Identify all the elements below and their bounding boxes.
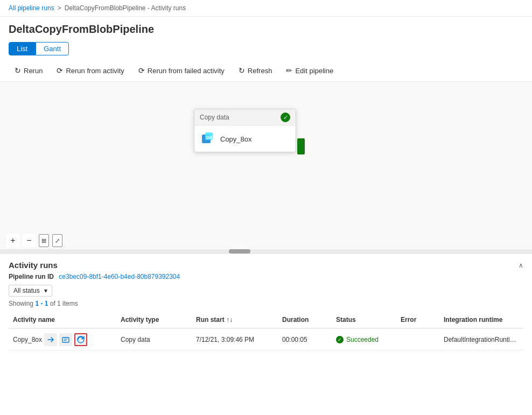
breadcrumb-pipelines-link[interactable]: All pipeline runs (9, 4, 54, 12)
view-toggle: List Gantt (0, 40, 532, 60)
showing-range: 1 - 1 (35, 300, 48, 307)
activity-card-body[interactable]: DB Copy_8ox (194, 126, 296, 152)
zoom-in-button[interactable]: + (6, 234, 19, 247)
status-filter-label: All status (13, 287, 40, 294)
pipeline-canvas: Copy data ✓ DB Copy_8ox + − ⊞ ⤢ (0, 82, 532, 254)
section-header: Activity runs ∧ (9, 261, 523, 270)
details-button[interactable] (59, 333, 72, 346)
pipeline-run-id-value: ce3bec09-8bf1-4e60-b4ed-80b879392304 (59, 273, 180, 280)
activity-runs-table: Activity name Activity type Run start ↑↓… (9, 312, 523, 350)
showing-label: Showing (9, 300, 33, 307)
rerun-from-activity-icon: ⟳ (57, 66, 63, 75)
col-header-run-start: Run start ↑↓ (192, 315, 278, 325)
rerun-row-button[interactable] (74, 333, 87, 346)
activity-runs-section: Activity runs ∧ Pipeline run ID ce3bec09… (0, 254, 532, 350)
rerun-from-activity-button[interactable]: ⟳ Rerun from activity (51, 63, 130, 78)
showing-suffix: of 1 items (50, 300, 78, 307)
duration-cell: 00:00:05 (278, 334, 332, 346)
error-cell (396, 337, 439, 342)
list-view-button[interactable]: List (9, 42, 36, 55)
col-header-status: Status (332, 315, 396, 325)
table-row: Copy_8ox (9, 329, 523, 350)
col-header-activity-name: Activity name (9, 315, 116, 325)
filter-row: All status ▾ (9, 285, 523, 297)
activity-card-header: Copy data ✓ (194, 109, 296, 126)
input-output-button[interactable] (44, 333, 57, 346)
connector-indicator (297, 138, 305, 154)
activity-card-popup: Copy data ✓ DB Copy_8ox (194, 109, 296, 152)
breadcrumb-separator: > (58, 4, 61, 12)
breadcrumb: All pipeline runs > DeltaCopyFromBlobPip… (0, 0, 532, 17)
page-title: DeltaCopyFromBlobPipeline (0, 17, 532, 40)
zoom-out-button[interactable]: − (23, 234, 36, 247)
rerun-label: Rerun (24, 67, 43, 75)
canvas-controls: + − ⊞ ⤢ (6, 234, 62, 247)
rerun-from-activity-label: Rerun from activity (66, 67, 124, 75)
edit-pipeline-label: Edit pipeline (295, 67, 333, 75)
activity-card-type: Copy data (200, 114, 229, 121)
edit-pipeline-button[interactable]: ✏ Edit pipeline (280, 63, 339, 78)
svg-rect-3 (62, 337, 69, 342)
pipeline-run-id-row: Pipeline run ID ce3bec09-8bf1-4e60-b4ed-… (9, 273, 523, 280)
activity-success-indicator: ✓ (281, 112, 290, 122)
scrollbar-thumb (229, 249, 250, 254)
pipeline-run-id-label: Pipeline run ID (9, 273, 54, 280)
activity-name-value: Copy_8ox (13, 336, 42, 343)
status-cell: ✓ Succeeded (332, 334, 396, 346)
refresh-icon: ↻ (239, 66, 245, 75)
copy-data-activity-icon: DB (201, 131, 216, 146)
run-start-cell: 7/12/21, 3:09:46 PM (192, 334, 278, 346)
rerun-icon: ↻ (15, 66, 21, 75)
col-header-duration: Duration (278, 315, 332, 325)
breadcrumb-current: DeltaCopyFromBlobPipeline - Activity run… (65, 4, 186, 12)
col-header-error: Error (396, 315, 439, 325)
refresh-button[interactable]: ↻ Refresh (233, 63, 278, 78)
rerun-from-failed-icon: ⟳ (138, 66, 145, 75)
status-value: Succeeded (346, 336, 379, 343)
showing-count: Showing 1 - 1 of 1 items (9, 300, 523, 307)
collapse-button[interactable]: ∧ (519, 262, 523, 269)
activity-card-name: Copy_8ox (220, 135, 252, 143)
table-header: Activity name Activity type Run start ↑↓… (9, 312, 523, 329)
rerun-from-failed-label: Rerun from failed activity (148, 67, 225, 75)
col-header-integration-runtime: Integration runtime (439, 315, 523, 325)
toolbar: ↻ Rerun ⟳ Rerun from activity ⟳ Rerun fr… (0, 60, 532, 82)
run-start-label: Run start ↑↓ (196, 316, 233, 323)
activity-type-cell: Copy data (116, 334, 192, 346)
fit-to-screen-button[interactable]: ⊞ (39, 234, 49, 247)
svg-text:DB: DB (206, 135, 213, 140)
integration-runtime-cell: DefaultIntegrationRuntime (Eas (439, 334, 523, 346)
activity-name-cell: Copy_8ox (9, 331, 116, 348)
canvas-scrollbar[interactable] (0, 249, 532, 254)
edit-icon: ✏ (286, 66, 292, 75)
section-title: Activity runs (9, 261, 58, 270)
chevron-down-icon: ▾ (44, 287, 47, 294)
refresh-label: Refresh (248, 67, 272, 75)
rerun-button[interactable]: ↻ Rerun (9, 63, 48, 78)
status-success-icon: ✓ (336, 336, 344, 343)
reset-view-button[interactable]: ⤢ (52, 234, 62, 247)
gantt-view-button[interactable]: Gantt (36, 42, 69, 55)
rerun-row-icon (77, 336, 85, 343)
input-output-icon (47, 336, 54, 343)
status-filter-dropdown[interactable]: All status ▾ (9, 285, 52, 297)
rerun-from-failed-button[interactable]: ⟳ Rerun from failed activity (132, 63, 230, 78)
details-icon (62, 336, 69, 343)
col-header-activity-type: Activity type (116, 315, 192, 325)
